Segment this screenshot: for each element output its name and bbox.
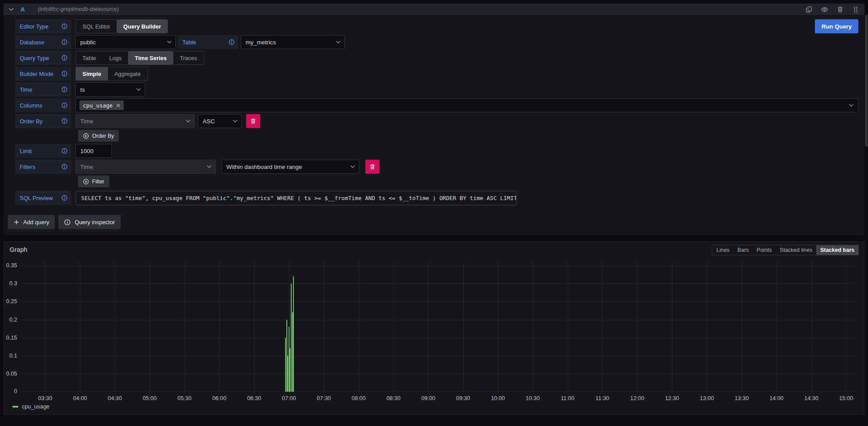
gridline-v: [742, 262, 742, 392]
add-filter-label: Filter: [92, 179, 104, 185]
gridline-v: [324, 262, 324, 392]
database-label-box: Database: [15, 35, 71, 49]
plus-circle-icon: [83, 179, 89, 185]
editor-type-option-sql-editor[interactable]: SQL Editor: [76, 20, 117, 33]
columns-multiselect[interactable]: cpu_usage: [75, 98, 858, 112]
info-icon[interactable]: [61, 86, 68, 93]
query-footer: Add query Query inspector: [4, 210, 864, 235]
info-icon[interactable]: [61, 195, 68, 201]
row-database: Database public Table my_metrics: [15, 35, 858, 49]
info-icon[interactable]: [61, 164, 68, 170]
time-label-box: Time: [15, 82, 71, 97]
info-icon[interactable]: [61, 118, 68, 124]
builder-mode-option-simple[interactable]: Simple: [76, 67, 108, 80]
delete-query-icon[interactable]: [837, 5, 843, 13]
time-column-select[interactable]: ts: [75, 82, 145, 97]
order-by-direction-select[interactable]: ASC: [198, 114, 242, 128]
legend-item[interactable]: cpu_usage: [12, 403, 50, 410]
plus-circle-icon: [83, 133, 89, 139]
gridline-v: [150, 262, 150, 392]
legend-swatch: [12, 406, 18, 408]
info-icon: [64, 219, 71, 226]
gridline-v: [45, 262, 46, 392]
add-order-by-button[interactable]: Order By: [78, 130, 119, 142]
add-query-button[interactable]: Add query: [8, 215, 55, 229]
add-order-by-label: Order By: [92, 133, 114, 139]
limit-input[interactable]: [75, 144, 112, 158]
remove-column-icon[interactable]: [116, 104, 120, 107]
x-tick-label: 03:30: [30, 395, 61, 401]
order-by-direction-value: ASC: [203, 118, 215, 125]
gridline-v: [498, 262, 498, 392]
editor-type-option-query-builder[interactable]: Query Builder: [117, 20, 168, 33]
x-tick-label: 12:30: [657, 395, 687, 401]
info-icon[interactable]: [61, 55, 68, 61]
filter-condition-value: Within dashboard time range: [226, 164, 302, 170]
query-type-option-table[interactable]: Table: [76, 51, 103, 64]
filter-field-select[interactable]: Time: [75, 160, 216, 174]
x-tick-label: 13:30: [726, 395, 757, 401]
x-tick-label: 14:00: [761, 395, 792, 401]
drag-handle-icon[interactable]: [852, 5, 859, 13]
remove-order-by-button[interactable]: [246, 114, 260, 128]
query-editor-card: A (info8fcc-greptimedb-datasource) Edito…: [4, 4, 864, 235]
gridline-v: [115, 262, 115, 392]
gridline-v: [672, 262, 672, 392]
scrollbar-thumb[interactable]: [865, 15, 868, 147]
builder-mode-option-aggregate[interactable]: Aggregate: [108, 67, 147, 80]
info-icon[interactable]: [61, 102, 68, 108]
row-columns: Columns cpu_usage: [15, 98, 858, 112]
plus-icon: [14, 219, 19, 225]
collapse-chevron-icon[interactable]: [9, 5, 14, 13]
remove-filter-button[interactable]: [365, 160, 379, 174]
x-tick-label: 06:30: [239, 395, 269, 401]
add-filter-button[interactable]: Filter: [78, 175, 109, 187]
sql-preview-label-box: SQL Preview: [15, 191, 71, 205]
gridline-h: [21, 301, 855, 302]
database-select[interactable]: public: [75, 35, 176, 49]
run-query-button[interactable]: Run Query: [815, 19, 858, 33]
query-type-option-time-series[interactable]: Time Series: [128, 51, 173, 64]
gridline-v: [707, 262, 707, 392]
row-builder-mode: Builder Mode Simple Aggregate: [15, 67, 858, 81]
x-tick-label: 11:00: [552, 395, 583, 401]
row-filters: Filters Time Within dashboard time range: [15, 160, 858, 174]
chevron-down-icon: [207, 165, 211, 168]
info-icon[interactable]: [61, 71, 68, 77]
y-tick-label: 0.1: [4, 352, 17, 359]
gridline-v: [463, 262, 464, 392]
x-tick-label: 10:00: [482, 395, 513, 401]
query-inspector-label: Query inspector: [75, 219, 115, 226]
query-inspector-button[interactable]: Query inspector: [58, 215, 121, 229]
info-icon[interactable]: [61, 39, 68, 45]
duplicate-query-icon[interactable]: [806, 5, 812, 13]
hide-query-icon[interactable]: [821, 5, 828, 13]
order-by-field-select[interactable]: Time: [75, 114, 195, 128]
row-time: Time ts: [15, 82, 858, 97]
filter-condition-select[interactable]: Within dashboard time range: [221, 160, 359, 174]
chevron-down-icon: [167, 41, 171, 43]
filter-field-placeholder: Time: [80, 164, 93, 170]
x-tick-label: 10:30: [518, 395, 548, 401]
query-editor-body: Editor Type SQL Editor Query Builder Run…: [4, 15, 864, 210]
query-row-header[interactable]: A (info8fcc-greptimedb-datasource): [4, 4, 864, 15]
gridline-v: [185, 262, 185, 392]
sql-preview-text: SELECT ts as "time", cpu_usage FROM "pub…: [75, 191, 517, 205]
chevron-down-icon: [849, 104, 854, 107]
bar-cpu_usage: [293, 276, 294, 392]
filters-label: Filters: [20, 164, 35, 170]
info-icon[interactable]: [229, 39, 235, 45]
legend-label: cpu_usage: [22, 403, 50, 410]
table-select[interactable]: my_metrics: [241, 35, 345, 49]
x-tick-label: 15:00: [831, 395, 861, 401]
info-icon[interactable]: [61, 148, 68, 154]
query-type-option-logs[interactable]: Logs: [103, 51, 128, 64]
query-type-option-traces[interactable]: Traces: [173, 51, 204, 64]
query-ref-id: A: [21, 6, 25, 13]
y-tick-label: 0.15: [4, 334, 17, 341]
gridline-v: [428, 262, 429, 392]
columns-label: Columns: [20, 102, 42, 109]
info-icon[interactable]: [61, 23, 68, 29]
database-value: public: [80, 39, 96, 46]
column-chip-label: cpu_usage: [83, 102, 113, 109]
